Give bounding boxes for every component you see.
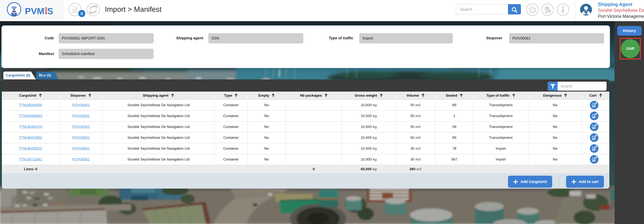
svg-text:BLs (2): BLs (2)	[39, 73, 51, 77]
svg-text:CargoUnits (6): CargoUnits (6)	[6, 73, 30, 77]
svg-text:0: 0	[81, 12, 83, 16]
